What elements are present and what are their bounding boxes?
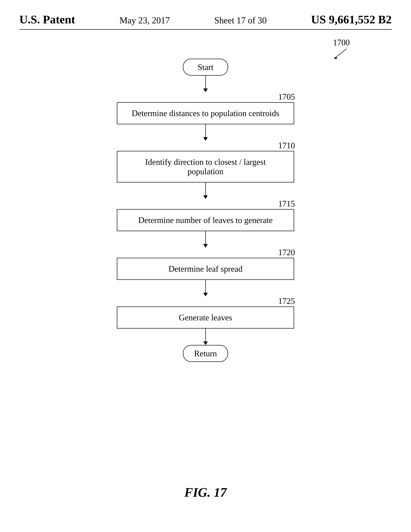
figure-caption: FIG. 17 [184,485,227,500]
fig-1700-arrow-icon [330,47,350,60]
step-1710-row: 1710 Identify direction to closest / lar… [19,141,392,182]
step-1720-row: 1720 Determine leaf spread [19,248,392,280]
step-1715-row: 1715 Determine number of leaves to gener… [19,199,392,231]
step-1710-box: Identify direction to closest / largest … [117,151,294,182]
step-1705-number: 1705 [278,92,295,102]
step-1720-box: Determine leaf spread [117,258,294,280]
fig-1700-label-group: 1700 [330,38,350,60]
fig-1700-number: 1700 [333,38,350,47]
patent-sheet: Sheet 17 of 30 [214,15,267,26]
step-1705-label: Determine distances to population centro… [132,109,279,118]
step-1725-box: Generate leaves [117,306,294,329]
connector-5 [205,280,206,293]
connector-1 [205,76,206,88]
arrow-2 [203,137,208,141]
flowchart: 1700 Start 1705 Determine distances to p… [19,59,392,362]
step-1720-number: 1720 [278,248,295,257]
step-1725-row: 1725 Generate leaves [19,296,392,329]
patent-page: U.S. Patent May 23, 2017 Sheet 17 of 30 … [0,0,411,532]
patent-number: US 9,661,552 B2 [311,13,392,26]
svg-marker-1 [334,57,337,59]
patent-date: May 23, 2017 [120,15,170,26]
arrow-4 [203,244,208,248]
step-1720-label: Determine leaf spread [168,264,243,273]
start-oval: Start [183,59,228,76]
arrow-6 [203,342,208,345]
page-header: U.S. Patent May 23, 2017 Sheet 17 of 30 … [19,13,392,30]
svg-line-0 [335,49,346,58]
connector-3 [205,182,206,195]
patent-label: U.S. Patent [19,13,75,26]
connector-2 [205,124,206,137]
step-1715-label: Determine number of leaves to generate [138,216,272,225]
connector-4 [205,231,206,244]
step-1710-label: Identify direction to closest / largest … [145,157,266,176]
arrow-3 [203,195,208,199]
connector-6 [205,329,206,342]
step-1705-row: 1705 Determine distances to population c… [19,92,392,124]
step-1715-number: 1715 [278,199,295,209]
arrow-1 [203,88,208,92]
arrow-5 [203,293,208,296]
return-oval: Return [183,345,228,362]
step-1725-number: 1725 [278,296,295,306]
step-1710-number: 1710 [278,141,295,150]
step-1705-box: Determine distances to population centro… [117,102,294,124]
step-1715-box: Determine number of leaves to generate [117,209,294,231]
step-1725-label: Generate leaves [179,313,232,322]
